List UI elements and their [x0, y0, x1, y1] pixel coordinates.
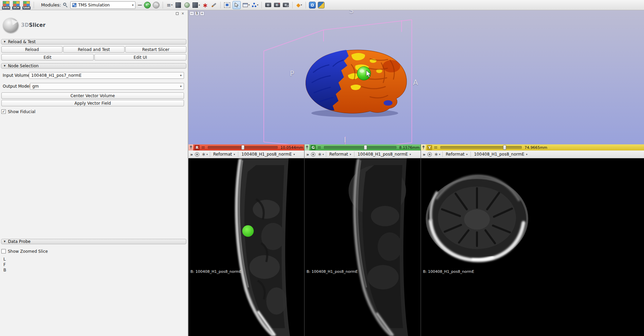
edit-button[interactable]: Edit: [1, 54, 94, 60]
slice-letter-badge: Y: [427, 145, 432, 150]
favorite-module-icon[interactable]: ∗: [202, 1, 208, 9]
slice-viewport-green[interactable]: B: 100408_H1_pos8_normE: [305, 158, 421, 336]
chevron-down-icon: ▾: [180, 85, 182, 88]
extensions-icon[interactable]: [318, 1, 325, 9]
capture-zoom-icon[interactable]: [282, 1, 289, 9]
corner-annotation: B: 100408_H1_pos8_normE: [423, 269, 474, 274]
orientation-combobox[interactable]: Reformat▾: [445, 152, 468, 157]
slider-handle[interactable]: [503, 145, 506, 150]
slice-offset-slider[interactable]: [208, 145, 278, 149]
volume-combobox[interactable]: 100408_H1_pos8_normE▾: [473, 152, 528, 157]
input-volume-label: Input Volume:: [3, 72, 31, 79]
save-button[interactable]: SAVE: [22, 1, 31, 10]
pin-icon[interactable]: [305, 144, 309, 151]
viewport-layout-icon[interactable]: ▾: [243, 1, 250, 9]
chevron-down-icon: ▾: [234, 153, 235, 156]
fiducial-dot[interactable]: [242, 225, 254, 237]
reload-button-row: Reload Reload and Test Restart Slicer: [1, 46, 186, 53]
section-title: Node Selection: [8, 64, 38, 68]
slicer-logo-icon: [3, 18, 18, 33]
extensions-manager-icon[interactable]: [184, 1, 190, 9]
slice-options-icon[interactable]: ∗▾: [434, 151, 440, 157]
reload-button[interactable]: Reload: [1, 46, 62, 53]
section-data-probe[interactable]: ▼ Data Probe: [1, 239, 186, 244]
slice-offset-slider[interactable]: [440, 145, 522, 149]
module-selector-combobox[interactable]: TMS Simulation ▾: [70, 1, 135, 9]
slice-viewport-red[interactable]: B: 100408_H1_pos8_normE: [188, 158, 304, 336]
volume-combobox[interactable]: 100408_H1_pos8_normE▾: [240, 152, 296, 157]
input-volume-combobox[interactable]: 100408_H1_pos7_normE ▾: [29, 72, 184, 79]
module-search-icon[interactable]: [63, 2, 68, 8]
slice-visibility-icon[interactable]: [195, 152, 199, 157]
slider-handle[interactable]: [241, 145, 244, 150]
restart-slicer-button[interactable]: Restart Slicer: [125, 46, 186, 53]
slice-options-icon[interactable]: ∗▾: [317, 151, 324, 157]
more-options-icon[interactable]: »: [190, 152, 193, 157]
3d-viewport[interactable]: P A I S − 1 +: [188, 10, 644, 144]
slice-offset-slider[interactable]: [324, 145, 397, 149]
show-zoomed-slice-checkbox[interactable]: [1, 249, 6, 253]
toolbar-separator: [163, 2, 163, 8]
python-interactor-icon[interactable]: [309, 1, 316, 9]
edit-button-row: Edit Edit UI: [1, 54, 186, 60]
view-collapse-icon[interactable]: −: [189, 11, 194, 16]
slice-menu-icon[interactable]: [317, 146, 321, 149]
section-node-selection[interactable]: ▼ Node Selection: [1, 63, 186, 69]
orientation-combobox[interactable]: Reformat▾: [328, 152, 352, 157]
screen-capture-icon[interactable]: [224, 1, 231, 9]
capture-slice-icon[interactable]: [274, 1, 280, 9]
view-pin-icon[interactable]: +: [200, 11, 205, 16]
output-model-value: gm: [32, 84, 178, 89]
slider-track[interactable]: [440, 146, 522, 149]
slicer-logo-text: 3DSlicer: [21, 22, 45, 28]
slice-offset-value[interactable]: 10.0544mm: [280, 145, 303, 150]
section-reload-test[interactable]: ▼ Reload & Test: [1, 39, 186, 45]
pin-icon[interactable]: [188, 144, 193, 151]
center-vector-volume-button[interactable]: Center Vector Volume: [1, 92, 184, 99]
slider-track[interactable]: [324, 146, 397, 149]
history-forward-button[interactable]: ↷: [153, 2, 160, 8]
installed-modules-icon[interactable]: [175, 1, 182, 9]
apply-vector-field-button[interactable]: Apply Vector Field: [1, 100, 184, 106]
slice-offset-value[interactable]: 8.1576mm: [399, 145, 420, 150]
slice-menu-icon[interactable]: [434, 146, 438, 149]
crosshair-icon[interactable]: ◆▾: [296, 1, 302, 9]
show-zoomed-slice-row: Show Zoomed Slice: [1, 249, 48, 254]
slice-toolbar-red: » ∗▾ Reformat▾ 100408_H1_pos8_normE▾: [188, 151, 304, 158]
brain-cortex: [306, 50, 406, 113]
chevron-down-icon: ▾: [466, 153, 467, 156]
module-history-icon[interactable]: ≡▾: [166, 1, 173, 9]
output-model-combobox[interactable]: gm ▾: [30, 83, 184, 90]
slice-options-icon[interactable]: ∗▾: [201, 151, 208, 157]
show-fiducial-checkbox[interactable]: ✓: [1, 109, 6, 114]
capture-view-icon[interactable]: [265, 1, 272, 9]
panel-close-icon[interactable]: ×: [181, 12, 185, 16]
load-data-button[interactable]: DATA: [2, 1, 10, 10]
more-options-icon[interactable]: »: [306, 152, 309, 157]
module-selector-value: TMS Simulation: [78, 3, 130, 7]
slider-handle[interactable]: [364, 145, 367, 150]
previous-module-icon[interactable]: ◂: [192, 1, 200, 9]
volume-combobox[interactable]: 100408_H1_pos8_normE▾: [356, 152, 412, 157]
more-options-icon[interactable]: »: [423, 152, 425, 157]
slice-viewport-yellow[interactable]: B: 100408_H1_pos8_normE: [421, 158, 644, 336]
pin-icon[interactable]: [421, 144, 426, 151]
mouse-interaction-button[interactable]: [233, 1, 241, 9]
panel-undock-icon[interactable]: [175, 12, 179, 16]
orientation-combobox[interactable]: Reformat▾: [212, 152, 236, 157]
reload-and-test-button[interactable]: Reload and Test: [63, 46, 124, 53]
slice-visibility-icon[interactable]: [311, 152, 315, 157]
history-back-button[interactable]: ↶: [144, 2, 151, 8]
slice-menu-icon[interactable]: [201, 146, 205, 149]
edit-ui-button[interactable]: Edit UI: [94, 54, 187, 60]
eject-module-icon[interactable]: —: [137, 2, 142, 7]
slice-offset-value[interactable]: 74.9665mm: [525, 145, 547, 150]
place-markups-icon[interactable]: ▾: [252, 1, 258, 9]
slice-visibility-icon[interactable]: [427, 152, 432, 157]
paint-brush-icon[interactable]: [210, 1, 217, 9]
view-id-badge: 1: [195, 11, 199, 16]
dicom-button[interactable]: DCM: [12, 1, 20, 10]
mouse-pointer-icon: [235, 2, 239, 7]
brain-model[interactable]: [300, 46, 412, 117]
fiducial-sphere[interactable]: [357, 67, 371, 80]
